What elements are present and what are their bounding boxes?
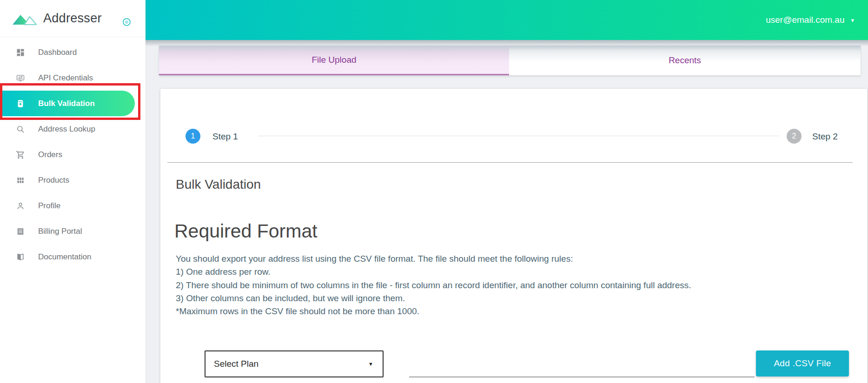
sidebar-item-products[interactable]: Products (0, 167, 146, 193)
sidebar-item-address-lookup[interactable]: Address Lookup (0, 116, 146, 142)
sidebar-item-dashboard[interactable]: Dashboard (0, 40, 146, 65)
book-icon (16, 252, 25, 262)
sidebar-item-billing-portal[interactable]: Billing Portal (0, 218, 146, 244)
search-icon (16, 125, 25, 134)
step-2-number: 2 (792, 132, 796, 140)
sidebar-item-label: Address Lookup (38, 125, 95, 134)
app-title: Addresser (43, 11, 102, 26)
sidebar-item-documentation[interactable]: Documentation (0, 244, 146, 270)
step-1-label: Step 1 (212, 132, 238, 142)
format-intro-line: You should export your address list usin… (176, 252, 691, 265)
sidebar-item-bulk-validation[interactable]: Bulk Validation (0, 91, 135, 116)
bulk-validation-card: 1 Step 1 2 Step 2 Bulk Validation Requir… (160, 89, 867, 383)
dashboard-icon (16, 48, 25, 57)
step-2-indicator: 2 (787, 129, 802, 144)
add-csv-file-button-label: Add .CSV File (774, 358, 831, 369)
sidebar-item-label: Billing Portal (38, 227, 82, 236)
sidebar-toggle-icon[interactable] (123, 18, 131, 26)
tab-recents[interactable]: Recents (509, 46, 861, 75)
sidebar-item-profile[interactable]: Profile (0, 193, 146, 218)
tab-label: Recents (669, 55, 701, 66)
stepper-connector-line (258, 136, 779, 136)
addresser-logo-icon (12, 11, 38, 26)
csv-file-name-field[interactable] (409, 376, 755, 377)
required-format-heading: Required Format (174, 220, 318, 242)
user-account-menu[interactable]: user@email.com.au ▾ (766, 15, 854, 25)
tab-label: File Upload (311, 55, 356, 65)
step-1-number: 1 (191, 132, 195, 140)
chevron-down-icon: ▾ (851, 17, 854, 23)
sidebar-item-api-credentials[interactable]: API Credentials (0, 65, 146, 91)
select-plan-dropdown[interactable]: Select Plan ▼ (205, 350, 384, 377)
format-note: *Maximum rows in the CSV file should not… (176, 305, 691, 318)
page-title: Bulk Validation (176, 177, 261, 192)
tab-file-upload[interactable]: File Upload (159, 46, 509, 75)
divider (167, 162, 853, 163)
dropdown-caret-icon: ▼ (368, 361, 373, 367)
api-credentials-icon (16, 73, 25, 83)
sidebar-item-label: Bulk Validation (38, 99, 95, 108)
sidebar-item-label: Dashboard (38, 48, 77, 57)
format-rule-3: 3) Other columns can be included, but we… (176, 292, 691, 305)
billing-receipt-icon (16, 227, 25, 236)
user-email: user@email.com.au (766, 15, 844, 25)
cart-icon (16, 150, 25, 159)
sidebar-item-label: Orders (38, 150, 62, 159)
bulk-validation-icon (16, 99, 25, 108)
sidebar-item-label: Documentation (38, 252, 91, 262)
format-instructions: You should export your address list usin… (176, 252, 691, 318)
step-1-indicator: 1 (186, 129, 200, 144)
person-icon (16, 201, 25, 211)
sidebar-item-label: API Credentials (38, 73, 93, 83)
sidebar-nav: Dashboard API Credentials Bulk Validatio… (0, 40, 146, 270)
products-grid-icon (16, 176, 25, 185)
sidebar-item-orders[interactable]: Orders (0, 142, 146, 167)
sidebar-item-label: Products (38, 176, 69, 185)
top-header-bar: user@email.com.au ▾ (146, 0, 868, 40)
tab-bar: File Upload Recents (159, 46, 861, 75)
format-rule-2: 2) There should be minimum of two column… (176, 279, 691, 292)
format-rule-1: 1) One address per row. (176, 265, 691, 278)
select-plan-value: Select Plan (214, 359, 258, 369)
step-2-label: Step 2 (812, 132, 838, 142)
sidebar-item-label: Profile (38, 201, 60, 211)
sidebar: Addresser Dashboard API Credentials Bulk… (0, 0, 146, 383)
add-csv-file-button[interactable]: Add .CSV File (756, 350, 849, 376)
